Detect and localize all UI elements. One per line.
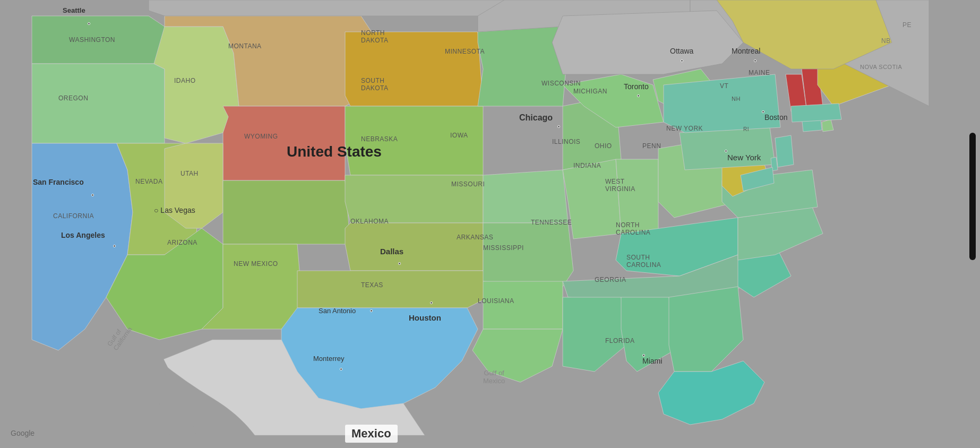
state-label-nc: NORTHCAROLINA [616, 221, 650, 236]
state-label-nd: NORTHDAKOTA [361, 29, 388, 44]
gulf-mexico-label: Gulf ofMexico [483, 369, 505, 385]
province-label-pe: PE [902, 21, 912, 29]
city-miami: Miami [642, 357, 662, 365]
city-dot-ny [725, 150, 727, 152]
country-label: United States [287, 143, 382, 160]
city-dot-chicago [557, 125, 560, 128]
state-label-ri: RI [743, 126, 749, 132]
city-ny: New York [727, 153, 761, 162]
mexico-label: Mexico [345, 425, 398, 443]
state-label-tn: TENNESSEE [531, 219, 572, 226]
state-label-mo: MISSOURI [451, 180, 485, 188]
state-label-pa: PENN [642, 142, 661, 150]
state-label-ms: MISSISSIPPI [483, 244, 524, 252]
state-label-tx: TEXAS [361, 281, 383, 289]
city-dot-montreal [754, 59, 757, 62]
city-dot-dallas [398, 262, 401, 265]
city-dot-toronto [637, 94, 640, 97]
state-label-oh: OHIO [595, 142, 612, 150]
city-seattle: Seattle [63, 6, 85, 14]
state-label-ok: OKLAHOMA [350, 218, 389, 225]
city-boston: Boston [764, 113, 788, 122]
city-lv: ○ Las Vegas [154, 206, 195, 214]
city-dot-san-antonio [370, 309, 373, 312]
state-label-la: LOUISIANA [478, 297, 514, 305]
city-ottawa: Ottawa [670, 47, 693, 55]
city-dot-boston [762, 110, 764, 113]
city-monterrey: Monterrey [313, 355, 345, 363]
state-label-ne: NEBRASKA [361, 135, 398, 143]
state-label-or: OREGON [58, 94, 88, 102]
city-sf: San Francisco [33, 178, 84, 186]
city-dot-monterrey [340, 368, 342, 371]
state-label-il: ILLINOIS [552, 138, 580, 145]
state-label-id: IDAHO [174, 77, 196, 84]
province-label-nb: NB [881, 37, 891, 45]
state-label-mi: MICHIGAN [573, 88, 607, 95]
state-label-nv: NEVADA [135, 178, 162, 185]
province-label-ns: NOVA SCOTIA [860, 64, 902, 70]
state-label-az: ARIZONA [167, 239, 197, 246]
state-label-vt: VT [720, 82, 728, 90]
city-toronto: Toronto [624, 82, 649, 91]
map-container[interactable]: United States WASHINGTON OREGON CALIFORN… [0, 0, 980, 448]
city-dot-miami [642, 354, 645, 357]
state-label-nm: NEW MEXICO [234, 260, 278, 268]
state-label-ny: NEW YORK [666, 125, 703, 132]
city-dot-la [113, 245, 116, 247]
city-dot-seattle [88, 22, 90, 25]
state-label-ut: UTAH [180, 170, 199, 177]
state-label-wa: WASHINGTON [69, 36, 115, 44]
state-label-in: INDIANA [573, 162, 601, 169]
state-label-wv: WESTVIRGINIA [605, 178, 635, 193]
city-san-antonio: San Antonio [319, 307, 356, 315]
state-label-sd: SOUTHDAKOTA [361, 77, 388, 92]
google-watermark: Google [11, 429, 35, 437]
city-dot-ottawa [681, 59, 683, 62]
state-label-ga: GEORGIA [595, 276, 626, 283]
city-dot-sf [91, 194, 94, 196]
state-label-fl: FLORIDA [605, 337, 635, 344]
state-label-mt: MONTANA [228, 42, 262, 50]
city-montreal: Montreal [732, 47, 760, 55]
scrollbar-pill[interactable] [969, 133, 976, 260]
city-chicago: Chicago [519, 113, 553, 123]
state-label-mn: MINNESOTA [445, 48, 485, 55]
city-houston: Houston [409, 313, 441, 322]
state-label-ar: ARKANSAS [457, 234, 493, 241]
state-label-nh: NH [732, 96, 741, 102]
city-la: Los Angeles [61, 231, 105, 239]
state-label-wy: WYOMING [244, 133, 278, 140]
state-label-sc: SOUTHCAROLINA [626, 254, 661, 269]
city-dallas: Dallas [380, 247, 403, 256]
city-dot-houston [430, 301, 433, 304]
state-label-ca: CALIFORNIA [53, 212, 94, 220]
state-label-wi: WISCONSIN [541, 80, 581, 87]
state-label-ia: IOWA [450, 132, 468, 139]
state-label-me: MAINE [749, 69, 770, 76]
